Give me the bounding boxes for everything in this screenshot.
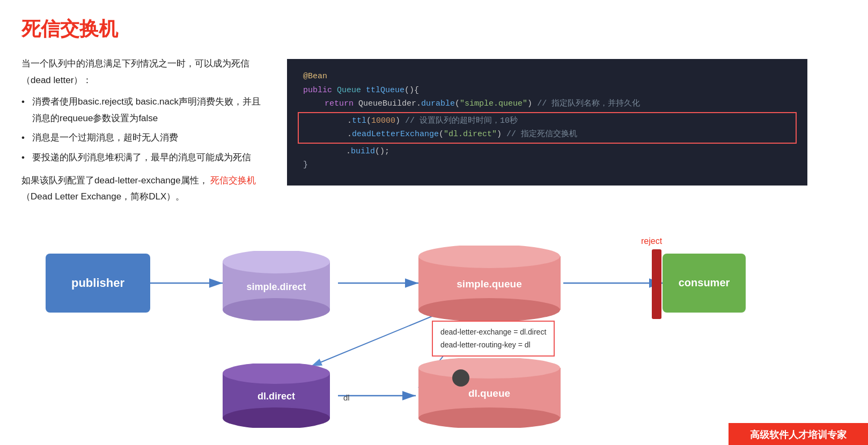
dl-info-line1: dead-letter-exchange = dl.direct [440, 326, 546, 339]
code-line-return: return QueueBuilder.durable("simple.queu… [303, 97, 791, 111]
dark-circle [452, 369, 469, 387]
code-highlight-box: .ttl(10000) // 设置队列的超时时间，10秒 .deadLetter… [298, 112, 797, 144]
svg-text:simple.direct: simple.direct [246, 281, 306, 292]
page-title: 死信交换机 [0, 0, 868, 50]
reject-bar [652, 249, 661, 319]
svg-point-15 [418, 298, 560, 321]
code-line-method: public Queue ttlQueue(){ [303, 84, 791, 98]
publisher-node: publisher [46, 254, 150, 313]
consumer-node: consumer [663, 254, 746, 313]
bullet-list: 消费者使用basic.reject或 basic.nack声明消费失败，并且消息… [21, 94, 268, 166]
bullet-item-3: 要投递的队列消息堆积满了，最早的消息可能成为死信 [21, 150, 268, 166]
code-panel: @Bean public Queue ttlQueue(){ return Qu… [287, 59, 807, 186]
text-content: 当一个队列中的消息满足下列情况之一时，可以成为死信（dead letter）： … [0, 50, 290, 211]
dl-info-line2: dead-letter-routing-key = dl [440, 339, 546, 352]
code-line-dle: .deadLetterExchange("dl.direct") // 指定死信… [304, 128, 790, 142]
simple-queue-node: simple.queue [418, 246, 561, 323]
code-line-ttl: .ttl(10000) // 设置队列的超时时间，10秒 [304, 114, 790, 128]
svg-point-14 [418, 246, 560, 268]
svg-point-11 [223, 298, 330, 321]
dl-exchange-node: dl.direct [223, 364, 330, 430]
code-line-brace: } [303, 158, 791, 172]
diagram-area: publisher simple.direct simple.queue dl.… [0, 221, 868, 445]
note-text: 如果该队列配置了dead-letter-exchange属性， 死信交换机 （D… [21, 173, 268, 205]
bottom-banner: 高级软件人才培训专家 [729, 423, 868, 445]
svg-point-10 [223, 251, 330, 273]
note-suffix: （Dead Letter Exchange，简称DLX）。 [21, 191, 185, 202]
svg-text:dl.queue: dl.queue [468, 388, 510, 399]
svg-text:simple.queue: simple.queue [457, 278, 521, 290]
code-line-build: .build(); [303, 145, 791, 159]
intro-text: 当一个队列中的消息满足下列情况之一时，可以成为死信（dead letter）： [21, 56, 268, 88]
svg-line-8 [311, 315, 435, 366]
dl-routing-label: dl [343, 393, 350, 402]
note-prefix: 如果该队列配置了dead-letter-exchange属性， [21, 175, 208, 186]
dl-info-box: dead-letter-exchange = dl.direct dead-le… [432, 321, 555, 357]
note-highlight: 死信交换机 [210, 175, 256, 186]
dl-queue-node: dl.queue [418, 358, 561, 430]
simple-exchange-node: simple.direct [223, 251, 330, 323]
reject-label: reject [641, 236, 662, 246]
bullet-item-2: 消息是一个过期消息，超时无人消费 [21, 130, 268, 146]
bullet-item-1: 消费者使用basic.reject或 basic.nack声明消费失败，并且消息… [21, 94, 268, 127]
code-line-annotation: @Bean [303, 70, 791, 84]
svg-text:dl.direct: dl.direct [258, 391, 295, 402]
